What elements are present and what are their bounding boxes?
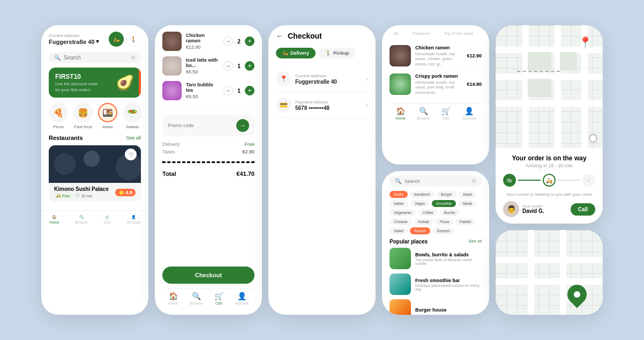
nav-browse[interactable]: 🔍 Browse <box>75 215 87 224</box>
map-pin <box>567 285 587 304</box>
tag-ramen[interactable]: Ramen <box>410 227 431 234</box>
place-item-2[interactable]: Fresh smoothie bar Delicious plant-based… <box>390 274 482 295</box>
menu-item-1[interactable]: Chicken ramen Homemade noodle, soy sauce… <box>390 42 482 70</box>
tag-italian[interactable]: Italian <box>390 200 408 207</box>
category-fastfood[interactable]: 🍔 Fast food <box>73 103 93 129</box>
progress-line-2 <box>558 180 580 181</box>
nav-cart[interactable]: 🛒 Cart <box>104 215 111 224</box>
tab-featured[interactable]: Featured <box>408 29 434 38</box>
increase-btn-2[interactable]: + <box>245 61 254 71</box>
decrease-btn-2[interactable]: − <box>223 61 233 71</box>
nav-browse[interactable]: 🔍 Browse <box>190 292 203 305</box>
restaurant-card[interactable]: ♡ Kimono Sushi Palace 🛵 Free 🕐 25 min ⭐ … <box>49 145 141 202</box>
see-all-places[interactable]: See all <box>469 239 482 245</box>
decrease-btn-1[interactable]: − <box>223 36 233 46</box>
tag-vegan[interactable]: Vegan <box>410 200 430 207</box>
place-desc-1: The purest taste of Mexican street cuisi… <box>415 258 482 265</box>
search-icon: 🔍 <box>395 178 401 184</box>
promo-submit-btn[interactable]: → <box>236 119 249 132</box>
pizza-icon: 🍕 <box>49 103 68 122</box>
tag-sushi[interactable]: Sushi <box>390 191 408 198</box>
nav-home-label: Home <box>168 301 178 305</box>
tag-falafel[interactable]: Falafel <box>455 218 475 225</box>
payment-field-label: Payment method <box>295 100 330 105</box>
nav-cart[interactable]: 🛒 Cart <box>441 107 451 120</box>
taxes-label: Taxes <box>162 149 175 154</box>
search-input[interactable] <box>64 55 128 61</box>
item-image-latte <box>162 56 182 76</box>
address-field[interactable]: 📍 Current address Fuggerstraße 40 › <box>276 66 368 92</box>
nav-account[interactable]: 👤 Account <box>462 107 476 120</box>
favorite-button[interactable]: ♡ <box>125 149 137 160</box>
tag-burger[interactable]: Burger <box>437 191 456 198</box>
pickup-tab[interactable]: 🚶 Pickup <box>319 48 356 58</box>
category-salads[interactable]: 🥗 Salads <box>123 103 141 129</box>
tag-steak[interactable]: Steak <box>458 200 476 207</box>
place-item-1[interactable]: Bowls, burrito & salads The purest taste… <box>390 248 482 269</box>
tag-sandwich[interactable]: Sandwich <box>410 191 435 198</box>
place-item-3[interactable]: Burger house <box>390 299 482 315</box>
delivery-tab[interactable]: 🛵 Delivery <box>276 48 316 58</box>
tag-chinese[interactable]: Chinese <box>390 218 412 225</box>
category-pizza[interactable]: 🍕 Pizza <box>49 103 68 129</box>
cart-item-1: Chicken ramen €12.90 − 2 + <box>162 32 254 51</box>
increase-btn-1[interactable]: + <box>245 36 254 46</box>
tag-dessert[interactable]: Dessert <box>432 227 454 234</box>
rating-badge: ⭐ 4.8 <box>115 189 136 196</box>
decrease-btn-3[interactable]: − <box>223 86 233 95</box>
courier-info: 👨 Your courier David G. Call <box>503 201 595 217</box>
checkout-title: Checkout <box>288 32 322 40</box>
address-chevron-icon: › <box>366 75 368 83</box>
restaurant-name: Kimono Sushi Palace <box>54 186 109 192</box>
tag-smoothie[interactable]: Smoothie <box>432 200 456 207</box>
courier-status-text: Your courier is heading to you with your… <box>503 192 595 197</box>
item-price-2: €6.50 <box>186 69 219 75</box>
menu-item-name-2: Crispy pork ramen <box>415 73 462 79</box>
cart-icon: 🛒 <box>441 107 451 115</box>
nav-browse-label: Browse <box>75 220 87 224</box>
tag-salad[interactable]: Salad <box>390 227 408 234</box>
tag-burrito[interactable]: Burrito <box>440 209 460 216</box>
call-button[interactable]: Call <box>571 203 595 216</box>
promo-image: 🥑 <box>116 74 134 92</box>
nav-account[interactable]: 👤 Account <box>235 292 249 305</box>
place-image-2 <box>390 274 411 295</box>
filter-icon[interactable]: ⚙ <box>471 178 476 184</box>
see-all-restaurants[interactable]: See all <box>126 135 141 141</box>
nav-browse[interactable]: 🔍 Browse <box>417 107 430 120</box>
search-icon: 🔍 <box>54 55 61 61</box>
nav-cart-label: Cart <box>104 220 111 224</box>
tag-kebab[interactable]: Kebab <box>414 218 433 225</box>
tag-pizza[interactable]: Pizza <box>436 218 453 225</box>
home-icon: 🏠 <box>169 292 178 300</box>
nav-cart[interactable]: 🛒 Cart <box>214 292 223 305</box>
tab-all[interactable]: All <box>390 29 403 38</box>
delivery-icon-btn[interactable]: 🛵 <box>109 32 124 47</box>
browse-icon: 🔍 <box>192 292 201 300</box>
filter-icon[interactable]: ⚙ <box>131 55 136 61</box>
promo-code-field: → <box>162 115 254 136</box>
tag-asian[interactable]: Asian <box>459 191 477 198</box>
checkout-button[interactable]: Checkout <box>162 267 254 284</box>
back-button[interactable]: ← <box>276 32 283 40</box>
item-image-ramen <box>162 32 182 51</box>
tab-topweek[interactable]: Top of the week <box>439 29 478 38</box>
nav-home[interactable]: 🏠 Home <box>395 107 406 120</box>
promo-input[interactable] <box>168 123 236 128</box>
order-eta: Arriving in 15 - 20 min <box>503 163 595 168</box>
menu-item-2[interactable]: Crispy pork ramen Homemade noodle, soy s… <box>390 70 482 99</box>
walk-icon-btn[interactable]: 🚶 <box>126 32 141 47</box>
tag-vegetarian[interactable]: Vegetarian <box>390 209 416 216</box>
increase-btn-3[interactable]: + <box>245 86 254 95</box>
browse-search-input[interactable] <box>405 179 468 184</box>
payment-field[interactable]: 💳 Payment method 5678 ••••••••48 › <box>276 92 368 119</box>
nav-home[interactable]: 🏠 Home <box>168 292 178 305</box>
item-name-1: Chicken ramen <box>186 33 219 43</box>
nav-browse-label: Browse <box>190 301 203 305</box>
nav-account[interactable]: 👤 Account <box>127 215 140 224</box>
tag-coffee[interactable]: Coffee <box>418 209 438 216</box>
category-asian[interactable]: 🍱 Asian <box>98 103 117 129</box>
nav-home[interactable]: 🏠 Home <box>49 215 59 224</box>
delivery-tab-icon: 🛵 <box>282 50 288 56</box>
address-chevron-icon[interactable] <box>96 38 99 45</box>
